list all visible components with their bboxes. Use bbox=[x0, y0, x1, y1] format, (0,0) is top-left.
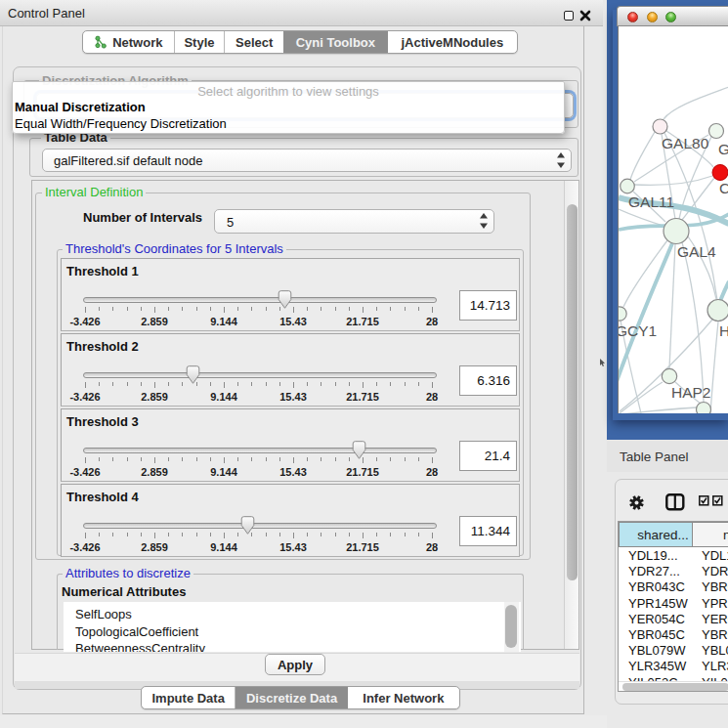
svg-text:GAL4: GAL4 bbox=[677, 243, 716, 260]
svg-text:HIS: HIS bbox=[719, 322, 728, 339]
svg-text:GAL1: GAL1 bbox=[718, 141, 728, 157]
svg-text:GCY1: GCY1 bbox=[619, 322, 657, 339]
svg-text:CDC: CDC bbox=[719, 180, 728, 196]
svg-text:GAL80: GAL80 bbox=[662, 135, 709, 151]
svg-text:HAP2: HAP2 bbox=[671, 384, 711, 401]
svg-text:GAL11: GAL11 bbox=[628, 193, 674, 210]
